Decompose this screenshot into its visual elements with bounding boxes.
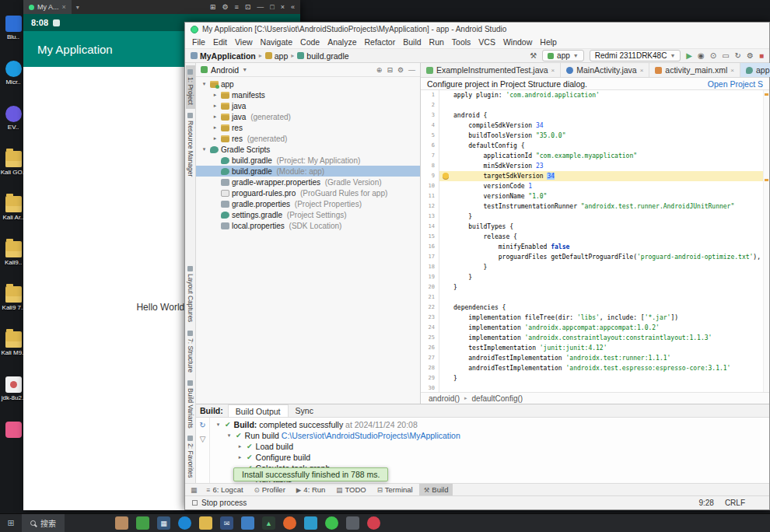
tree-arrow-icon[interactable]: ▸: [212, 103, 219, 109]
tree-arrow-icon[interactable]: ▸: [236, 443, 243, 450]
code-line[interactable]: buildTypes {: [439, 222, 769, 232]
start-button[interactable]: ⊞: [0, 514, 22, 532]
editor-tab[interactable]: ExampleInstrumentedTest.java×: [421, 63, 561, 77]
run-icon[interactable]: ▶: [686, 51, 692, 60]
tree-arrow-icon[interactable]: ▸: [212, 92, 219, 98]
menu-build[interactable]: Build: [399, 37, 425, 47]
minimize-icon[interactable]: —: [257, 3, 264, 11]
tool-window-button-layout-captures[interactable]: Layout Captures: [186, 262, 195, 326]
code-line[interactable]: [439, 383, 769, 392]
tool-button-profiler[interactable]: ⊙Profiler: [250, 484, 290, 495]
close-tab-icon[interactable]: ×: [62, 3, 66, 11]
mail-taskbar-icon[interactable]: ✉: [220, 516, 233, 530]
tree-arrow-icon[interactable]: ▸: [212, 114, 219, 120]
tree-arrow-icon[interactable]: ▸: [236, 454, 243, 460]
tree-arrow-icon[interactable]: ▸: [212, 124, 219, 131]
build-tab-build-output[interactable]: Build Output: [228, 404, 289, 417]
desktop-icon[interactable]: Kali Ar..: [0, 196, 26, 221]
collapse-icon[interactable]: «: [291, 3, 295, 11]
menu-analyze[interactable]: Analyze: [324, 37, 360, 47]
tree-item[interactable]: ▸res (generated): [196, 133, 420, 144]
code-line[interactable]: }: [439, 262, 769, 272]
editor-tab[interactable]: MainActivity.java×: [561, 63, 649, 77]
menu-refactor[interactable]: Refactor: [361, 37, 400, 47]
menu-run[interactable]: Run: [425, 37, 448, 47]
tool-button-terminal[interactable]: ⊟Terminal: [373, 484, 418, 495]
code-line[interactable]: compileSdkVersion 34: [439, 121, 769, 131]
path-link[interactable]: C:\Users\iot\AndroidStudioProjects\MyApp…: [282, 431, 460, 440]
menu-view[interactable]: View: [231, 37, 257, 47]
tree-item[interactable]: ▸java: [196, 100, 420, 111]
code-line[interactable]: }: [439, 373, 769, 383]
code-line[interactable]: testInstrumentationRunner "androidx.test…: [439, 201, 769, 212]
tree-item[interactable]: gradle-wrapper.properties (Gradle Versio…: [196, 177, 420, 187]
code-line[interactable]: implementation 'androidx.constraintlayou…: [439, 333, 769, 343]
editor-gutter[interactable]: 1234567891011121314151617181920212223242…: [421, 90, 439, 392]
tree-arrow-icon[interactable]: ▸: [212, 135, 219, 142]
code-line[interactable]: }: [439, 212, 769, 222]
tree-item[interactable]: gradle.properties (Project Properties): [196, 198, 420, 209]
menu-vcs[interactable]: VCS: [474, 37, 499, 47]
device-manager-icon[interactable]: ▭: [722, 51, 729, 60]
editor-scrollbar[interactable]: [763, 90, 769, 392]
maximize-icon[interactable]: □: [270, 3, 274, 11]
edge-taskbar-icon[interactable]: [178, 516, 191, 530]
code-line[interactable]: versionName "1.0": [439, 191, 769, 201]
tool-button-todo[interactable]: ▤TODO: [331, 484, 370, 495]
code-line[interactable]: }: [439, 272, 769, 282]
code-line[interactable]: versionCode 1: [439, 181, 769, 191]
photos-taskbar-icon[interactable]: [241, 516, 254, 530]
tool-window-switcher-icon[interactable]: ▦: [187, 486, 201, 494]
stop-icon[interactable]: ■: [759, 51, 764, 60]
tool-window-button----structure[interactable]: 7: Structure: [186, 327, 195, 376]
explorer-taskbar-icon[interactable]: [199, 516, 212, 530]
tree-item[interactable]: local.properties (SDK Location): [196, 220, 420, 231]
menu-file[interactable]: File: [188, 37, 209, 47]
build-hammer-icon[interactable]: ⚒: [530, 51, 537, 60]
menu-window[interactable]: Window: [499, 37, 536, 47]
desktop-icon[interactable]: Kali GO..: [0, 151, 26, 176]
tool-button-build[interactable]: ⚒Build: [419, 484, 453, 495]
desktop-icon[interactable]: jdk-8u2..: [0, 376, 26, 401]
settings-icon[interactable]: ⚙: [222, 3, 228, 11]
code-line[interactable]: testImplementation 'junit:junit:4.12': [439, 343, 769, 353]
tool-window-button-resource-manager[interactable]: Resource Manager: [186, 109, 195, 180]
task-view-taskbar-icon[interactable]: ▦: [157, 516, 170, 530]
open-project-structure-link[interactable]: Open Project S: [708, 79, 763, 89]
chevron-down-icon[interactable]: ▾: [72, 4, 84, 11]
code-line[interactable]: implementation fileTree(dir: 'libs', inc…: [439, 313, 769, 323]
code-line[interactable]: androidTestImplementation 'androidx.test…: [439, 363, 769, 373]
tree-arrow-icon[interactable]: ▾: [226, 432, 233, 439]
desktop-icon[interactable]: Kali9 7..: [0, 286, 26, 311]
code-line[interactable]: [439, 100, 769, 110]
qq-taskbar-icon[interactable]: [325, 516, 338, 530]
code-line[interactable]: proguardFiles getDefaultProguardFile('pr…: [439, 252, 769, 262]
project-view-selector[interactable]: Android: [211, 65, 239, 75]
code-line[interactable]: [439, 292, 769, 303]
filter-icon[interactable]: ▽: [200, 435, 206, 443]
caret-position[interactable]: 9:28: [698, 499, 713, 507]
profiler-icon[interactable]: ⊙: [710, 51, 716, 60]
build-tree-item[interactable]: ▸✔Load build: [210, 441, 769, 452]
build-tree-item[interactable]: ▾✔Build: completed successfully at 2024/…: [210, 419, 769, 430]
restart-build-icon[interactable]: ↻: [199, 421, 205, 429]
code-line[interactable]: applicationId "com.example.myapplication…: [439, 151, 769, 161]
desktop-icon[interactable]: Kali M9..: [0, 331, 26, 356]
menu-tools[interactable]: Tools: [448, 37, 475, 47]
locate-file-icon[interactable]: ⊕: [376, 66, 383, 74]
code-line[interactable]: android {: [439, 110, 769, 121]
tree-item[interactable]: build.gradle (Project: My Application): [196, 155, 420, 166]
editor-breadcrumb-item[interactable]: android(): [429, 394, 460, 403]
code-line[interactable]: buildToolsVersion "35.0.0": [439, 131, 769, 141]
fullscreen-icon[interactable]: ⊡: [245, 3, 251, 11]
menu-navigate[interactable]: Navigate: [257, 37, 296, 47]
sync-icon[interactable]: ↻: [735, 51, 741, 60]
debug-icon[interactable]: ◉: [698, 51, 705, 60]
desktop-icon[interactable]: Blu..: [0, 16, 26, 40]
menu-help[interactable]: Help: [536, 37, 561, 47]
device-dropdown[interactable]: Redmi 2311DRK48C ▼: [590, 50, 681, 61]
tree-item[interactable]: settings.gradle (Project Settings): [196, 209, 420, 220]
settings-gear-icon[interactable]: ⚙: [397, 66, 404, 74]
desktop-icon[interactable]: EV..: [0, 106, 26, 131]
code-line[interactable]: dependencies {: [439, 303, 769, 313]
